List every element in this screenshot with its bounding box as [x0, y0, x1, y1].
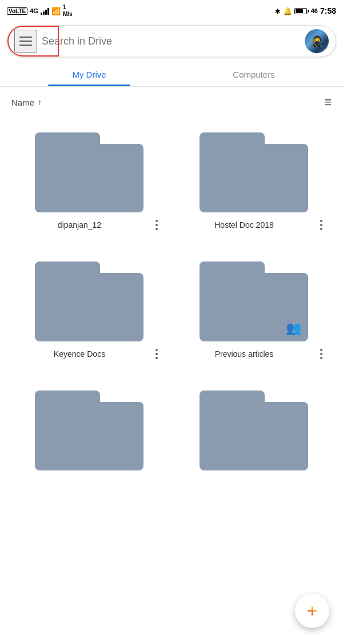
battery-percent: 46 — [311, 7, 318, 14]
more-options-button[interactable] — [313, 346, 329, 362]
file-info: Hostel Doc 2018 — [176, 217, 332, 233]
tab-computers[interactable]: Computers — [172, 62, 336, 86]
list-item: 👥 Previous articles — [172, 247, 336, 376]
hamburger-line-1 — [19, 37, 32, 38]
folder-icon[interactable]: 👥 — [200, 256, 308, 341]
more-dot — [320, 228, 322, 230]
more-dot — [155, 349, 158, 351]
more-dot — [155, 224, 158, 226]
file-name: dipanjan_12 — [14, 220, 145, 230]
more-dot — [155, 228, 158, 230]
status-bar: VoLTE 4G 📶 1M/s ∗ 🔔 46 7:58 — [0, 0, 343, 21]
view-toggle-button[interactable]: ≡ — [324, 95, 332, 110]
list-item: Hostel Doc 2018 — [172, 118, 336, 247]
more-options-button[interactable] — [149, 217, 165, 233]
more-dot — [320, 353, 322, 355]
more-dot — [155, 220, 158, 222]
more-dot — [320, 357, 322, 359]
list-item — [7, 376, 172, 489]
folder-icon[interactable] — [35, 385, 143, 470]
more-dot — [320, 224, 322, 226]
tabs-container: My Drive Computers — [0, 62, 343, 87]
file-name: Keyence Docs — [14, 349, 145, 359]
status-right: ∗ 🔔 46 7:58 — [274, 6, 336, 15]
file-name: Previous articles — [178, 349, 310, 359]
network-type: 4G — [30, 7, 38, 14]
fab-plus-icon: + — [307, 602, 318, 620]
more-dot — [320, 220, 322, 222]
bluetooth-icon: ∗ — [274, 7, 281, 15]
battery-icon — [294, 8, 309, 14]
hamburger-line-3 — [19, 45, 32, 46]
folder-body — [35, 273, 143, 341]
search-bar: 🥷 — [7, 25, 336, 57]
sort-arrow-icon: ↑ — [38, 98, 42, 107]
tab-my-drive[interactable]: My Drive — [7, 62, 172, 86]
file-info: Keyence Docs — [11, 346, 167, 362]
file-info: dipanjan_12 — [11, 217, 167, 233]
folder-body — [35, 144, 143, 212]
folder-icon[interactable] — [200, 127, 308, 212]
more-options-button[interactable] — [149, 346, 165, 362]
wifi-icon: 📶 — [51, 7, 61, 15]
file-name: Hostel Doc 2018 — [178, 220, 310, 230]
folder-body — [200, 402, 308, 470]
list-item — [172, 376, 336, 489]
search-input[interactable] — [37, 35, 305, 47]
data-speed: 1M/s — [63, 4, 73, 18]
sort-field: Name — [11, 98, 34, 107]
list-item: Keyence Docs — [7, 247, 172, 376]
sort-bar: Name ↑ ≡ — [0, 87, 343, 118]
folder-body — [200, 144, 308, 212]
hamburger-menu-button[interactable] — [14, 30, 37, 53]
volte-indicator: VoLTE — [7, 7, 27, 15]
more-dot — [155, 353, 158, 355]
folder-icon[interactable] — [35, 256, 143, 341]
file-info: Previous articles — [176, 346, 332, 362]
time-display: 7:58 — [320, 6, 336, 15]
status-left: VoLTE 4G 📶 1M/s — [7, 4, 73, 18]
sort-label[interactable]: Name ↑ — [11, 98, 42, 107]
avatar[interactable]: 🥷 — [305, 29, 329, 53]
list-item: dipanjan_12 — [7, 118, 172, 247]
more-options-button[interactable] — [313, 217, 329, 233]
signal-bars — [41, 7, 49, 15]
folder-icon[interactable] — [200, 385, 308, 470]
search-container: 🥷 — [0, 21, 343, 62]
more-dot — [320, 349, 322, 351]
files-grid: dipanjan_12 Hostel Doc 2018 — [0, 118, 343, 489]
hamburger-line-2 — [19, 41, 32, 42]
more-dot — [155, 357, 158, 359]
alarm-icon: 🔔 — [283, 7, 292, 15]
avatar-image: 🥷 — [305, 29, 329, 53]
fab-new-button[interactable]: + — [295, 594, 329, 628]
shared-folder-icon: 👥 — [286, 321, 301, 336]
folder-body — [35, 402, 143, 470]
folder-icon[interactable] — [35, 127, 143, 212]
